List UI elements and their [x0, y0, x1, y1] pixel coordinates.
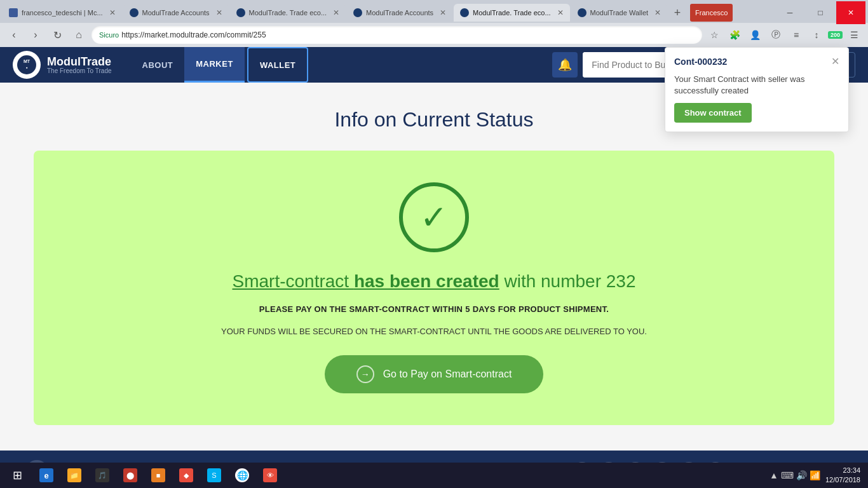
checkmark-icon: ✓: [420, 201, 448, 234]
home-button[interactable]: ⌂: [70, 26, 88, 44]
windows-logo-icon: ⊞: [13, 468, 22, 482]
page-title: Info on Current Status: [334, 108, 533, 132]
tab-close-6[interactable]: ✕: [654, 8, 661, 17]
explorer-icon: 📁: [67, 468, 81, 482]
tab-close-2[interactable]: ✕: [216, 8, 222, 17]
media-icon: 🎵: [95, 468, 109, 482]
back-button[interactable]: ‹: [5, 26, 23, 44]
taskbar-item-app5[interactable]: ■: [145, 464, 172, 487]
notification-text: Your Smart Contract with seller was succ…: [674, 74, 839, 97]
notifications-button[interactable]: 🔔: [552, 52, 578, 78]
browser-tab-3[interactable]: ModulTrade. Trade eco... ✕: [230, 4, 346, 22]
taskbar-clock: 23:34: [825, 466, 860, 475]
tab-favicon-6: [578, 8, 587, 17]
address-url: https://market.modultrade.com/commit/255: [121, 30, 266, 39]
maximize-button[interactable]: □: [806, 1, 835, 24]
window-controls: ─ □ ✕: [775, 1, 865, 24]
browser-tab-4[interactable]: ModulTrade Accounts ✕: [347, 4, 452, 22]
minimize-button[interactable]: ─: [775, 1, 804, 24]
svg-text:●: ●: [25, 65, 27, 69]
notification-close-button[interactable]: ✕: [831, 55, 839, 67]
pocket-icon[interactable]: Ⓟ: [767, 26, 785, 44]
contract-text-prefix: Smart-contract: [233, 271, 354, 291]
pay-button[interactable]: → Go to Pay on Smart-contract: [325, 355, 544, 393]
taskbar-time: 23:34 12/07/2018: [825, 466, 860, 485]
contract-text-suffix: with number 232: [499, 271, 636, 291]
browser-tab-6[interactable]: ModulTrade Wallet ✕: [571, 4, 668, 22]
secure-icon: Sicuro: [99, 31, 119, 39]
bookmark-star-icon[interactable]: ☆: [706, 26, 724, 44]
contract-text-bold: has been created: [354, 271, 499, 291]
tab-favicon-2: [130, 8, 139, 17]
taskbar-item-app9[interactable]: 👁: [257, 464, 283, 487]
pay-arrow-icon: →: [356, 365, 374, 383]
new-tab-button[interactable]: +: [668, 4, 686, 22]
taskbar-item-chrome[interactable]: 🌐: [229, 464, 255, 487]
tab-close-4[interactable]: ✕: [440, 8, 446, 17]
success-circle: ✓: [399, 182, 469, 252]
start-button[interactable]: ⊞: [3, 463, 32, 488]
reload-button[interactable]: ↻: [48, 26, 66, 44]
address-bar[interactable]: Sicuro https://market.modultrade.com/com…: [92, 26, 702, 44]
nav-about[interactable]: ABOUT: [131, 47, 185, 83]
svg-text:MT: MT: [24, 59, 31, 64]
ie-icon: e: [39, 468, 53, 482]
show-contract-button[interactable]: Show contract: [674, 103, 752, 123]
tab-favicon-1: [9, 8, 18, 17]
chrome-icon: 🌐: [235, 468, 249, 482]
taskbar-item-media[interactable]: 🎵: [89, 464, 116, 487]
system-tray-icons: ▲ ⌨ 🔊 📶: [770, 470, 820, 480]
notification-body: Your Smart Contract with seller was succ…: [665, 71, 848, 132]
volume-icon[interactable]: 🔊: [796, 470, 807, 480]
notification-title: Cont-000232: [674, 57, 727, 67]
keyboard-icon[interactable]: ⌨: [781, 470, 794, 480]
menu-icon[interactable]: ☰: [845, 26, 863, 44]
taskbar-item-ie[interactable]: e: [33, 464, 60, 487]
taskbar: ⊞ e 📁 🎵 ⬤ ■ ◆ S 🌐: [0, 463, 868, 488]
tab-bar: francesco_tedeschi | Mc... ✕ ModulTrade …: [0, 0, 868, 23]
extensions-icon[interactable]: 🧩: [726, 26, 744, 44]
tab-label-4: ModulTrade Accounts: [366, 9, 433, 17]
tab-close-5[interactable]: ✕: [557, 8, 564, 17]
forward-button[interactable]: ›: [27, 26, 44, 44]
close-button[interactable]: ✕: [836, 1, 865, 24]
browser-tab-5[interactable]: ModulTrade. Trade eco... ✕: [454, 4, 570, 22]
logo: MT ● ModulTrade The Freedom To Trade: [13, 51, 112, 79]
tray-arrow-icon[interactable]: ▲: [770, 470, 778, 480]
nav-market[interactable]: MARKET: [184, 47, 245, 83]
notification-popup: Cont-000232 ✕ Your Smart Contract with s…: [665, 47, 849, 132]
tab-favicon-3: [236, 8, 245, 17]
reader-icon[interactable]: ≡: [787, 26, 805, 44]
tab-favicon-5: [460, 8, 469, 17]
browser-tab-2[interactable]: ModulTrade Accounts ✕: [123, 4, 229, 22]
taskbar-item-app4[interactable]: ⬤: [117, 464, 144, 487]
logo-sub: The Freedom To Trade: [47, 67, 112, 74]
address-bar-row: ‹ › ↻ ⌂ Sicuro https://market.modultrade…: [0, 23, 868, 47]
tab-label-5: ModulTrade. Trade eco...: [473, 9, 551, 17]
browser-tab-1[interactable]: francesco_tedeschi | Mc... ✕: [3, 4, 122, 22]
sync-icon[interactable]: ↕: [808, 26, 825, 44]
taskbar-item-skype[interactable]: S: [201, 464, 227, 487]
tab-close-3[interactable]: ✕: [333, 8, 339, 17]
contract-title: Smart-contract has been created with num…: [233, 271, 636, 292]
profile-icon[interactable]: 👤: [747, 26, 764, 44]
svg-point-0: [17, 55, 36, 74]
app6-icon: ◆: [179, 468, 193, 482]
toolbar-icons: ☆ 🧩 👤 Ⓟ ≡ ↕ 200 ☰: [706, 26, 863, 44]
tab-close-1[interactable]: ✕: [109, 8, 116, 17]
network-icon[interactable]: 📶: [810, 470, 820, 480]
logo-circle: MT ●: [13, 51, 41, 79]
tab-label-3: ModulTrade. Trade eco...: [249, 9, 327, 17]
taskbar-item-app6[interactable]: ◆: [173, 464, 200, 487]
status-card: ✓ Smart-contract has been created with n…: [34, 151, 834, 425]
app4-icon: ⬤: [123, 468, 137, 482]
skype-icon: S: [207, 468, 221, 482]
taskbar-date: 12/07/2018: [825, 475, 860, 485]
taskbar-item-explorer[interactable]: 📁: [61, 464, 88, 487]
main-content: Info on Current Status ✓ Smart-contract …: [0, 83, 868, 451]
app9-icon: 👁: [263, 468, 277, 482]
nav-wallet[interactable]: WALLET: [247, 47, 308, 83]
browser-chrome: francesco_tedeschi | Mc... ✕ ModulTrade …: [0, 0, 868, 47]
green-badge: 200: [828, 31, 843, 39]
nav-links: ABOUT MARKET WALLET: [131, 47, 309, 83]
